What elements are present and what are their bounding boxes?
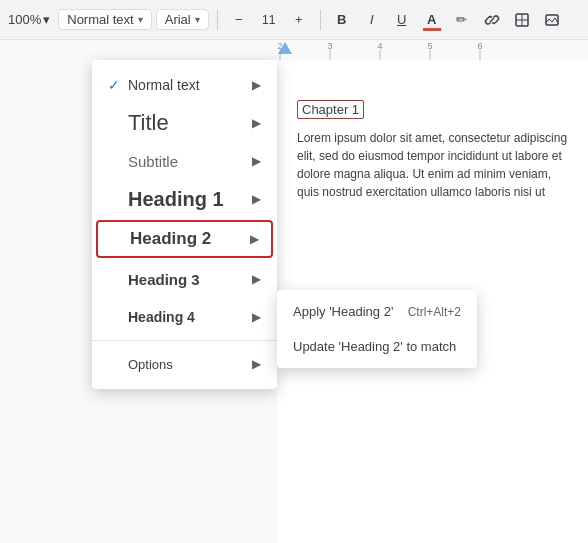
submenu-item-update[interactable]: Update 'Heading 2' to match [277,329,477,364]
font-color-btn[interactable]: A [419,7,445,33]
font-label: Arial [165,12,191,27]
underline-btn[interactable]: U [389,7,415,33]
arrow-icon: ▶ [252,272,261,286]
update-heading2-label: Update 'Heading 2' to match [293,339,456,354]
style-dropdown: ✓ Normal text ▶ Title ▶ Subtitle ▶ Headi… [92,60,277,389]
ruler: 2 3 4 5 6 [0,40,588,60]
menu-item-subtitle[interactable]: Subtitle ▶ [92,142,277,180]
arrow-icon: ▶ [252,116,261,130]
menu-item-heading2[interactable]: Heading 2 ▶ [96,220,273,258]
arrow-icon: ▶ [252,357,261,371]
heading4-label: Heading 4 [128,309,252,325]
menu-item-heading4[interactable]: Heading 4 ▶ [92,298,277,336]
menu-item-heading1[interactable]: Heading 1 ▶ [92,180,277,218]
divider-1 [217,10,218,30]
menu-item-title[interactable]: Title ▶ [92,104,277,142]
insert-image-icon [544,12,560,28]
font-chevron: ▾ [195,14,200,25]
apply-shortcut: Ctrl+Alt+2 [408,305,461,319]
decrease-font-btn[interactable]: − [226,7,252,33]
svg-rect-5 [0,40,588,60]
link-icon [484,12,500,28]
bold-btn[interactable]: B [329,7,355,33]
subtitle-label: Subtitle [128,153,252,170]
arrow-icon: ▶ [252,154,261,168]
svg-line-0 [490,18,494,22]
arrow-icon: ▶ [252,310,261,324]
style-label: Normal text [67,12,133,27]
font-selector[interactable]: Arial ▾ [156,9,209,30]
svg-text:6: 6 [477,41,482,51]
menu-separator [92,340,277,341]
style-chevron: ▾ [138,14,143,25]
arrow-icon: ▶ [250,232,259,246]
insert1-btn[interactable] [509,7,535,33]
menu-item-options[interactable]: Options ▶ [92,345,277,383]
title-label: Title [128,110,252,136]
increase-font-btn[interactable]: + [286,7,312,33]
italic-btn[interactable]: I [359,7,385,33]
arrow-icon: ▶ [252,192,261,206]
heading2-submenu: Apply 'Heading 2' Ctrl+Alt+2 Update 'Hea… [277,290,477,368]
insert2-btn[interactable] [539,7,565,33]
divider-2 [320,10,321,30]
body-text: Lorem ipsum dolor sit amet, consectetur … [297,129,568,201]
font-size-display[interactable]: 11 [256,7,282,33]
heading3-label: Heading 3 [128,271,252,288]
arrow-icon: ▶ [252,78,261,92]
heading1-label: Heading 1 [128,188,252,211]
chapter-label: Chapter 1 [297,100,364,119]
svg-text:3: 3 [327,41,332,51]
highlight-btn[interactable]: ✏ [449,7,475,33]
heading2-label: Heading 2 [130,229,250,249]
svg-text:4: 4 [377,41,382,51]
options-label: Options [128,357,252,372]
color-underline [423,28,441,31]
svg-text:5: 5 [427,41,432,51]
check-icon: ✓ [108,77,128,93]
normal-text-label: Normal text [128,77,252,93]
toolbar: 100% ▾ Normal text ▾ Arial ▾ − 11 + B I … [0,0,588,40]
zoom-chevron: ▾ [43,12,50,27]
submenu-item-apply[interactable]: Apply 'Heading 2' Ctrl+Alt+2 [277,294,477,329]
menu-item-normal-text[interactable]: ✓ Normal text ▶ [92,66,277,104]
doc-area: ✓ Normal text ▶ Title ▶ Subtitle ▶ Headi… [0,60,588,543]
zoom-control[interactable]: 100% ▾ [8,12,50,27]
style-selector[interactable]: Normal text ▾ [58,9,151,30]
menu-item-heading3[interactable]: Heading 3 ▶ [92,260,277,298]
link-btn[interactable] [479,7,505,33]
insert-table-icon [514,12,530,28]
ruler-svg: 2 3 4 5 6 [0,40,588,60]
zoom-level: 100% [8,12,41,27]
apply-heading2-label: Apply 'Heading 2' [293,304,393,319]
